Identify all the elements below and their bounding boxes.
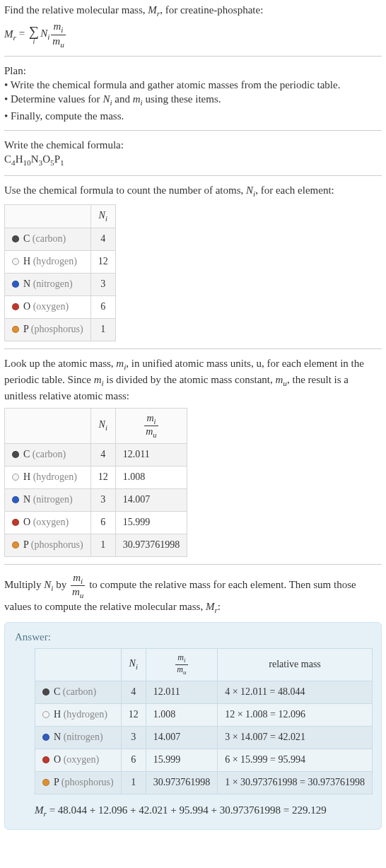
element-dot-icon (12, 496, 19, 503)
table-row: C (carbon)412.0114 × 12.011 = 48.044 (35, 681, 373, 704)
relative-mass-cell: 6 × 15.999 = 95.994 (218, 749, 373, 772)
mr-equation: Mr = ∑i Ni mi mu (4, 20, 382, 49)
table-row: O (oxygen)615.9996 × 15.999 = 95.994 (35, 749, 373, 772)
divider (4, 348, 382, 349)
element-name: (phosphorus) (31, 324, 83, 334)
element-cell: N (nitrogen) (35, 727, 122, 749)
ni-cell: 4 (121, 681, 146, 704)
element-cell: O (oxygen) (5, 511, 91, 534)
element-cell: P (phosphorus) (35, 772, 122, 794)
element-symbol: C (54, 686, 60, 697)
plan-title: Plan: (4, 64, 382, 78)
table-header-ni: Ni (121, 648, 146, 681)
relative-mass-cell: 12 × 1.008 = 12.096 (218, 704, 373, 727)
element-cell: H (hydrogen) (5, 251, 91, 274)
mass-cell: 14.007 (115, 489, 187, 512)
element-name: (phosphorus) (62, 777, 114, 787)
intro-block: Find the relative molecular mass, Mr, fo… (4, 3, 382, 49)
mr-symbol: Mr (148, 4, 160, 16)
table-row: H (hydrogen)12 (5, 251, 116, 274)
plan-bullet-2: • Determine values for Ni and mi using t… (4, 92, 382, 108)
element-symbol: O (54, 754, 61, 765)
divider (4, 130, 382, 131)
element-dot-icon (12, 258, 19, 265)
relative-mass-cell: 4 × 12.011 = 48.044 (218, 681, 373, 704)
table-row: O (oxygen)6 (5, 296, 116, 319)
element-dot-icon (12, 303, 19, 310)
write-formula-block: Write the chemical formula: C4H10N3O5P1 (4, 138, 382, 168)
answer-box: Answer: Ni mi mu relative mass C (carbon… (4, 622, 382, 830)
table-row: P (phosphorus)1 (5, 319, 116, 341)
element-symbol: P (23, 324, 28, 334)
multiply-block: Multiply Ni by mi mu to compute the rela… (4, 572, 382, 616)
table-header-blank (35, 648, 122, 681)
element-cell: P (phosphorus) (5, 319, 91, 341)
lookup-text: Look up the atomic mass, mi, in unified … (4, 356, 382, 404)
element-cell: C (carbon) (5, 444, 91, 467)
element-name: (hydrogen) (33, 256, 77, 266)
ni-cell: 4 (90, 444, 115, 467)
plan-bullet-3: • Finally, compute the mass. (4, 109, 382, 123)
table-row: C (carbon)4 (5, 228, 116, 251)
ni-cell: 1 (121, 772, 146, 794)
ni-cell: 12 (90, 251, 115, 274)
table-row: N (nitrogen)314.0073 × 14.007 = 42.021 (35, 727, 373, 749)
element-cell: C (carbon) (35, 681, 122, 704)
table-header-ni: Ni (90, 204, 115, 228)
relative-mass-cell: 3 × 14.007 = 42.021 (218, 727, 373, 749)
intro-text-1: Find the relative molecular mass, (4, 4, 148, 16)
table-row: N (nitrogen)314.007 (5, 489, 187, 512)
write-formula-title: Write the chemical formula: (4, 138, 382, 152)
element-dot-icon (42, 779, 49, 786)
ni-cell: 3 (90, 489, 115, 512)
table-header-relative-mass: relative mass (218, 648, 373, 681)
mass-cell: 12.011 (146, 681, 218, 704)
element-dot-icon (12, 326, 19, 333)
element-dot-icon (42, 711, 49, 718)
element-symbol: N (54, 732, 61, 742)
mass-cell: 30.973761998 (115, 534, 187, 556)
element-dot-icon (12, 281, 19, 288)
lookup-block: Look up the atomic mass, mi, in unified … (4, 356, 382, 557)
answer-table: Ni mi mu relative mass C (carbon)412.011… (35, 648, 373, 794)
mass-cell: 30.973761998 (146, 772, 218, 794)
lookup-table: Ni mi mu C (carbon)412.011H (hydrogen)12… (4, 408, 187, 557)
table-header-ni: Ni (90, 408, 115, 444)
table-header-blank (5, 408, 91, 444)
element-symbol: O (23, 301, 30, 312)
element-dot-icon (12, 541, 19, 549)
element-cell: N (nitrogen) (5, 489, 91, 512)
intro-text-1b: , for creatine-phosphate: (160, 4, 263, 16)
ni-cell: 6 (121, 749, 146, 772)
divider (4, 56, 382, 57)
count-block: Use the chemical formula to count the nu… (4, 183, 382, 341)
element-cell: O (oxygen) (35, 749, 122, 772)
sigma-icon: ∑i (29, 24, 39, 45)
ni-cell: 3 (121, 727, 146, 749)
element-dot-icon (42, 688, 49, 696)
element-name: (carbon) (63, 686, 96, 697)
table-row: N (nitrogen)3 (5, 274, 116, 296)
table-header-mi-mu: mi mu (146, 648, 218, 681)
ni-cell: 1 (90, 534, 115, 556)
table-row: P (phosphorus)130.9737619981 × 30.973761… (35, 772, 373, 794)
element-dot-icon (42, 734, 49, 741)
element-name: (nitrogen) (64, 732, 103, 742)
element-symbol: H (23, 471, 30, 482)
table-header-blank (5, 204, 91, 228)
element-name: (phosphorus) (31, 539, 83, 550)
element-symbol: O (23, 517, 30, 527)
element-symbol: H (23, 256, 30, 266)
element-name: (oxygen) (33, 517, 69, 527)
element-symbol: C (23, 449, 30, 459)
element-symbol: P (54, 777, 59, 787)
element-cell: N (nitrogen) (5, 274, 91, 296)
element-cell: H (hydrogen) (5, 467, 91, 489)
mass-cell: 12.011 (115, 444, 187, 467)
mass-cell: 1.008 (146, 704, 218, 727)
element-dot-icon (12, 451, 19, 458)
element-name: (hydrogen) (64, 709, 107, 720)
element-symbol: H (54, 709, 61, 720)
element-dot-icon (42, 756, 49, 763)
element-cell: O (oxygen) (5, 296, 91, 319)
